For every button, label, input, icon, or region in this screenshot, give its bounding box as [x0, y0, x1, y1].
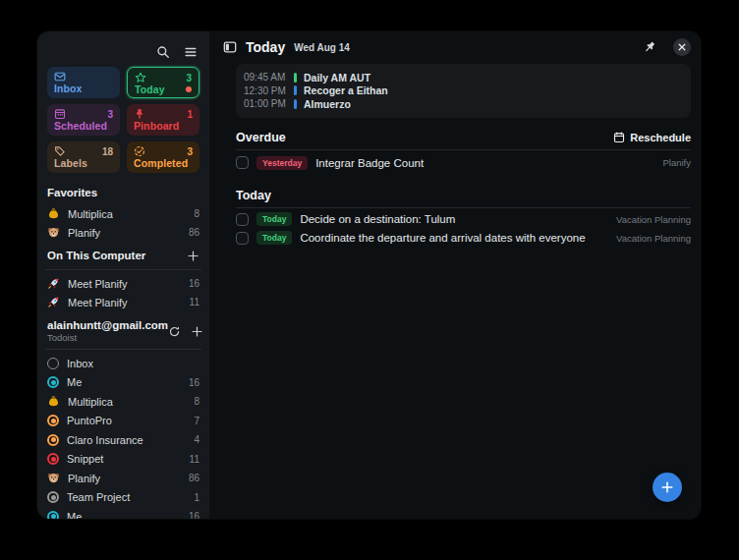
divider — [236, 207, 691, 208]
due-badge[interactable]: Yesterday — [256, 156, 308, 170]
tile-inbox[interactable]: Inbox — [47, 67, 120, 98]
task-row-integrar-badge-count[interactable]: Yesterday Integrar Badge Count Planify — [209, 150, 701, 176]
event-time: 09:45 AM — [244, 72, 287, 83]
sidebar: Inbox 3 Today 3 Scheduled 1 Pinboard 18 … — [37, 31, 209, 519]
task-checkbox[interactable] — [236, 213, 249, 226]
tile-pinboard[interactable]: 1 Pinboard — [127, 104, 199, 136]
star-icon — [135, 72, 146, 84]
local-project-meet-planify-1[interactable]: Meet Planify 16 — [47, 274, 199, 293]
tag-icon — [54, 145, 66, 157]
task-project-label: Vacation Planning — [616, 214, 691, 225]
account-row[interactable]: alainhuntt@gmail.com Todoist — [47, 319, 199, 343]
dog-icon — [47, 472, 60, 484]
favorite-item-planify[interactable]: Planify 86 — [47, 223, 199, 242]
task-title: Integrar Badge Count — [315, 157, 654, 169]
due-badge[interactable]: Today — [256, 212, 292, 226]
main-header: Today Wed Aug 14 — [209, 31, 701, 59]
rocket-icon — [47, 296, 60, 308]
sidebar-toggle-button[interactable] — [223, 40, 237, 54]
event-title: Almuerzo — [304, 98, 351, 110]
task-checkbox[interactable] — [236, 232, 249, 245]
pin-view-button[interactable] — [643, 40, 656, 54]
sync-button[interactable] — [168, 325, 181, 338]
on-this-computer-header-row: On This Computer — [47, 248, 199, 263]
today-section-header: Today — [209, 187, 701, 204]
plus-icon — [187, 250, 199, 262]
project-list: Inbox Me 16 Multiplica 8 PuntoPro 7 Clar… — [47, 354, 199, 519]
event-row[interactable]: 01:00 PM Almuerzo — [244, 97, 683, 111]
project-row-planify[interactable]: Planify 86 — [47, 469, 199, 488]
search-icon — [156, 45, 170, 59]
plus-icon — [191, 325, 203, 338]
close-button[interactable] — [673, 38, 691, 56]
tile-today[interactable]: 3 Today — [127, 67, 199, 98]
calendar-icon — [613, 132, 625, 143]
task-row-coordinate-dates[interactable]: Today Coordinate the departure and arriv… — [209, 229, 701, 248]
task-row-decide-destination[interactable]: Today Decide on a destination: Tulum Vac… — [209, 210, 701, 229]
menu-button[interactable] — [184, 45, 198, 59]
refresh-icon — [168, 325, 181, 338]
notification-dot — [186, 86, 192, 92]
project-row-claro-insurance[interactable]: Claro Insurance 4 — [47, 430, 199, 450]
filter-tiles: Inbox 3 Today 3 Scheduled 1 Pinboard 18 … — [47, 67, 199, 173]
add-project-button[interactable] — [187, 250, 199, 262]
project-row-snippet[interactable]: Snippet 11 — [47, 450, 199, 470]
project-row-inbox[interactable]: Inbox — [47, 354, 199, 373]
tile-completed[interactable]: 3 Completed — [127, 141, 199, 173]
event-color-bar — [294, 73, 297, 83]
project-row-team-project[interactable]: Team Project 1 — [47, 488, 199, 508]
page-title: Today — [246, 39, 285, 55]
account-email: alainhuntt@gmail.com — [47, 319, 168, 331]
pin-icon — [134, 108, 145, 120]
search-button[interactable] — [156, 45, 170, 59]
task-project-label: Vacation Planning — [616, 233, 691, 244]
overdue-header: Overdue — [236, 131, 286, 144]
event-color-bar — [294, 85, 297, 95]
task-project-label: Planify — [662, 157, 691, 168]
project-color-icon — [47, 511, 59, 519]
event-row[interactable]: 12:30 PM Recoger a Eithan — [244, 84, 683, 98]
sidebar-toggle-icon — [223, 40, 237, 54]
inbox-icon — [54, 71, 66, 83]
project-color-icon — [47, 434, 59, 446]
events-card[interactable]: 09:45 AM Daily AM AUT 12:30 PM Recoger a… — [236, 64, 691, 118]
add-task-fab[interactable] — [653, 473, 682, 502]
page-date: Wed Aug 14 — [294, 42, 350, 53]
task-checkbox[interactable] — [236, 156, 249, 169]
account-service: Todoist — [47, 332, 168, 343]
event-time: 12:30 PM — [244, 85, 287, 96]
moneybag-icon — [47, 395, 60, 408]
project-color-icon — [47, 415, 59, 426]
project-row-me[interactable]: Me 16 — [47, 373, 199, 393]
tile-scheduled[interactable]: 3 Scheduled — [47, 104, 120, 136]
task-title: Decide on a destination: Tulum — [300, 213, 608, 225]
overdue-section-header: Overdue Reschedule — [209, 129, 701, 146]
hamburger-menu-icon — [184, 45, 198, 59]
favorites-header: Favorites — [47, 185, 199, 200]
app-window: Inbox 3 Today 3 Scheduled 1 Pinboard 18 … — [37, 31, 701, 519]
project-color-icon — [47, 358, 59, 369]
due-badge[interactable]: Today — [256, 231, 292, 245]
rocket-icon — [47, 277, 60, 290]
event-time: 01:00 PM — [244, 98, 287, 109]
project-row-puntopro[interactable]: PuntoPro 7 — [47, 412, 199, 431]
tile-labels[interactable]: 18 Labels — [47, 141, 120, 173]
event-row[interactable]: 09:45 AM Daily AM AUT — [244, 71, 683, 84]
reschedule-button[interactable]: Reschedule — [613, 132, 691, 143]
project-row-multiplica[interactable]: Multiplica 8 — [47, 392, 199, 412]
divider — [45, 269, 201, 270]
project-color-icon — [47, 376, 59, 388]
check-circle-icon — [134, 145, 145, 157]
moneybag-icon — [47, 207, 60, 220]
event-title: Daily AM AUT — [304, 72, 370, 84]
project-color-icon — [47, 491, 59, 503]
dog-icon — [47, 226, 60, 239]
close-icon — [678, 43, 686, 51]
project-row-me-2[interactable]: Me 16 — [47, 507, 199, 519]
on-this-computer-header: On This Computer — [47, 248, 145, 263]
favorite-item-multiplica[interactable]: Multiplica 8 — [47, 204, 199, 223]
pushpin-icon — [643, 40, 656, 54]
local-project-meet-planify-2[interactable]: Meet Planify 11 — [47, 293, 199, 311]
today-header: Today — [236, 189, 271, 202]
add-account-project-button[interactable] — [191, 325, 203, 338]
